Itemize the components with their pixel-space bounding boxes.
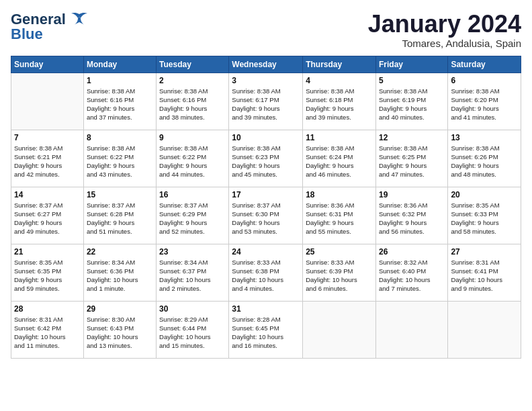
day-info: Sunrise: 8:35 AMSunset: 6:33 PMDaylight:… (451, 201, 518, 236)
day-number: 7 (14, 133, 81, 142)
calendar-cell-w1-d6: 13Sunrise: 8:38 AMSunset: 6:26 PMDayligh… (448, 130, 521, 187)
calendar-cell-w4-d6 (448, 301, 521, 358)
month-title: January 2024 (368, 11, 521, 38)
calendar-cell-w2-d6: 20Sunrise: 8:35 AMSunset: 6:33 PMDayligh… (448, 187, 521, 244)
calendar-cell-w4-d3: 31Sunrise: 8:28 AMSunset: 6:45 PMDayligh… (229, 301, 303, 358)
header-wednesday: Wednesday (229, 56, 303, 73)
day-number: 11 (306, 133, 373, 142)
calendar-cell-w3-d4: 25Sunrise: 8:33 AMSunset: 6:39 PMDayligh… (303, 244, 376, 301)
calendar-cell-w4-d5 (375, 301, 447, 358)
day-number: 15 (87, 190, 153, 199)
day-number: 25 (306, 247, 373, 257)
day-number: 23 (159, 247, 226, 257)
calendar-cell-w2-d4: 18Sunrise: 8:36 AMSunset: 6:31 PMDayligh… (303, 187, 376, 244)
day-info: Sunrise: 8:38 AMSunset: 6:26 PMDaylight:… (451, 144, 518, 179)
day-info: Sunrise: 8:32 AMSunset: 6:40 PMDaylight:… (379, 258, 445, 293)
calendar-cell-w1-d2: 9Sunrise: 8:38 AMSunset: 6:22 PMDaylight… (157, 130, 229, 187)
day-info: Sunrise: 8:38 AMSunset: 6:22 PMDaylight:… (159, 144, 226, 179)
day-number: 31 (232, 304, 300, 314)
day-number: 4 (306, 76, 373, 85)
day-number: 1 (87, 76, 153, 85)
day-info: Sunrise: 8:38 AMSunset: 6:25 PMDaylight:… (379, 144, 445, 179)
day-number: 28 (14, 304, 81, 314)
day-number: 17 (232, 190, 300, 199)
day-number: 22 (87, 247, 153, 257)
day-info: Sunrise: 8:36 AMSunset: 6:31 PMDaylight:… (306, 201, 373, 236)
day-info: Sunrise: 8:38 AMSunset: 6:24 PMDaylight:… (306, 144, 373, 179)
calendar-cell-w3-d5: 26Sunrise: 8:32 AMSunset: 6:40 PMDayligh… (375, 244, 447, 301)
header-saturday: Saturday (448, 56, 521, 73)
day-number: 24 (232, 247, 300, 257)
calendar-cell-w0-d4: 4Sunrise: 8:38 AMSunset: 6:18 PMDaylight… (303, 73, 376, 130)
day-info: Sunrise: 8:38 AMSunset: 6:16 PMDaylight:… (159, 87, 226, 122)
calendar-cell-w2-d0: 14Sunrise: 8:37 AMSunset: 6:27 PMDayligh… (11, 187, 84, 244)
day-number: 3 (232, 76, 300, 85)
header-tuesday: Tuesday (157, 56, 229, 73)
calendar-cell-w2-d5: 19Sunrise: 8:36 AMSunset: 6:32 PMDayligh… (375, 187, 447, 244)
logo: General Blue (11, 11, 89, 43)
day-info: Sunrise: 8:30 AMSunset: 6:43 PMDaylight:… (87, 315, 153, 351)
day-number: 5 (379, 76, 445, 85)
calendar-cell-w3-d1: 22Sunrise: 8:34 AMSunset: 6:36 PMDayligh… (83, 244, 156, 301)
calendar-cell-w0-d5: 5Sunrise: 8:38 AMSunset: 6:19 PMDaylight… (375, 73, 447, 130)
logo-blue-text: Blue (11, 26, 43, 43)
day-info: Sunrise: 8:28 AMSunset: 6:45 PMDaylight:… (232, 315, 300, 351)
day-info: Sunrise: 8:31 AMSunset: 6:42 PMDaylight:… (14, 315, 81, 351)
header-thursday: Thursday (303, 56, 376, 73)
day-number: 27 (451, 247, 518, 257)
day-info: Sunrise: 8:29 AMSunset: 6:44 PMDaylight:… (159, 315, 226, 351)
day-info: Sunrise: 8:38 AMSunset: 6:17 PMDaylight:… (232, 87, 300, 122)
day-info: Sunrise: 8:37 AMSunset: 6:27 PMDaylight:… (14, 201, 81, 236)
calendar-week-1: 7Sunrise: 8:38 AMSunset: 6:21 PMDaylight… (11, 130, 521, 187)
calendar-header: Sunday Monday Tuesday Wednesday Thursday… (11, 56, 521, 73)
calendar-cell-w1-d1: 8Sunrise: 8:38 AMSunset: 6:22 PMDaylight… (83, 130, 156, 187)
calendar-cell-w1-d4: 11Sunrise: 8:38 AMSunset: 6:24 PMDayligh… (303, 130, 376, 187)
calendar-cell-w3-d6: 27Sunrise: 8:31 AMSunset: 6:41 PMDayligh… (448, 244, 521, 301)
calendar-cell-w1-d5: 12Sunrise: 8:38 AMSunset: 6:25 PMDayligh… (375, 130, 447, 187)
day-info: Sunrise: 8:38 AMSunset: 6:18 PMDaylight:… (306, 87, 373, 122)
location: Tomares, Andalusia, Spain (368, 38, 521, 49)
calendar-cell-w0-d0 (11, 73, 84, 130)
day-number: 26 (379, 247, 445, 257)
calendar-cell-w0-d6: 6Sunrise: 8:38 AMSunset: 6:20 PMDaylight… (448, 73, 521, 130)
title-section: January 2024 Tomares, Andalusia, Spain (368, 11, 521, 49)
day-number: 18 (306, 190, 373, 199)
calendar-cell-w1-d0: 7Sunrise: 8:38 AMSunset: 6:21 PMDaylight… (11, 130, 84, 187)
day-number: 12 (379, 133, 445, 142)
day-info: Sunrise: 8:37 AMSunset: 6:28 PMDaylight:… (87, 201, 153, 236)
header-row: Sunday Monday Tuesday Wednesday Thursday… (11, 56, 521, 73)
day-number: 2 (159, 76, 226, 85)
day-number: 20 (451, 190, 518, 199)
calendar-cell-w0-d3: 3Sunrise: 8:38 AMSunset: 6:17 PMDaylight… (229, 73, 303, 130)
calendar-cell-w4-d4 (303, 301, 376, 358)
calendar-cell-w1-d3: 10Sunrise: 8:38 AMSunset: 6:23 PMDayligh… (229, 130, 303, 187)
day-info: Sunrise: 8:35 AMSunset: 6:35 PMDaylight:… (14, 258, 81, 293)
day-info: Sunrise: 8:38 AMSunset: 6:19 PMDaylight:… (379, 87, 445, 122)
calendar-week-4: 28Sunrise: 8:31 AMSunset: 6:42 PMDayligh… (11, 301, 521, 358)
calendar-table: Sunday Monday Tuesday Wednesday Thursday… (11, 56, 521, 359)
day-number: 21 (14, 247, 81, 257)
day-info: Sunrise: 8:34 AMSunset: 6:37 PMDaylight:… (159, 258, 226, 293)
calendar-cell-w4-d2: 30Sunrise: 8:29 AMSunset: 6:44 PMDayligh… (157, 301, 229, 358)
day-info: Sunrise: 8:31 AMSunset: 6:41 PMDaylight:… (451, 258, 518, 293)
calendar-week-2: 14Sunrise: 8:37 AMSunset: 6:27 PMDayligh… (11, 187, 521, 244)
page: General Blue January 2024 Tomares, Andal… (0, 0, 532, 411)
day-info: Sunrise: 8:33 AMSunset: 6:39 PMDaylight:… (306, 258, 373, 293)
day-number: 6 (451, 76, 518, 85)
day-info: Sunrise: 8:37 AMSunset: 6:30 PMDaylight:… (232, 201, 300, 236)
calendar-cell-w0-d2: 2Sunrise: 8:38 AMSunset: 6:16 PMDaylight… (157, 73, 229, 130)
calendar-cell-w2-d1: 15Sunrise: 8:37 AMSunset: 6:28 PMDayligh… (83, 187, 156, 244)
day-info: Sunrise: 8:36 AMSunset: 6:32 PMDaylight:… (379, 201, 445, 236)
day-info: Sunrise: 8:34 AMSunset: 6:36 PMDaylight:… (87, 258, 153, 293)
day-number: 30 (159, 304, 226, 314)
header: General Blue January 2024 Tomares, Andal… (11, 11, 521, 49)
day-info: Sunrise: 8:38 AMSunset: 6:20 PMDaylight:… (451, 87, 518, 122)
day-number: 14 (14, 190, 81, 199)
day-number: 10 (232, 133, 300, 142)
header-friday: Friday (375, 56, 447, 73)
calendar-week-0: 1Sunrise: 8:38 AMSunset: 6:16 PMDaylight… (11, 73, 521, 130)
day-number: 29 (87, 304, 153, 314)
day-number: 9 (159, 133, 226, 142)
calendar-cell-w2-d3: 17Sunrise: 8:37 AMSunset: 6:30 PMDayligh… (229, 187, 303, 244)
calendar-cell-w3-d2: 23Sunrise: 8:34 AMSunset: 6:37 PMDayligh… (157, 244, 229, 301)
